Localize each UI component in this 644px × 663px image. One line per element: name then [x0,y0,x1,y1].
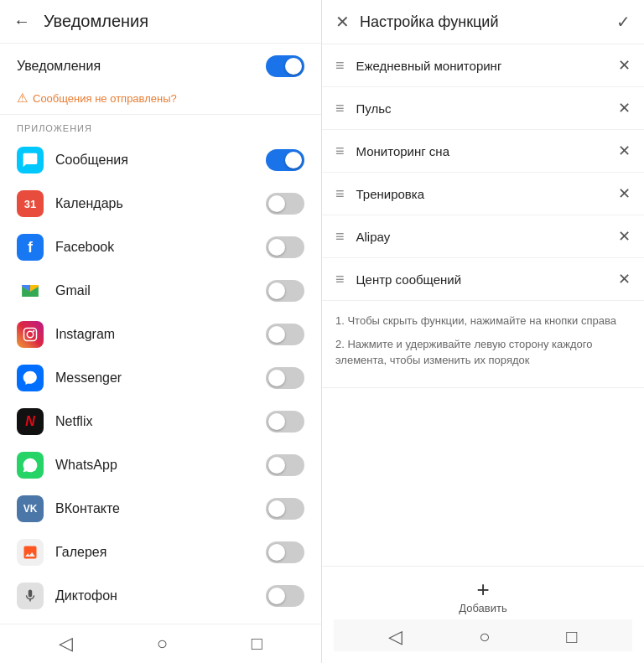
app-icon-dictophone [17,583,44,609]
warning-icon: ⚠ [17,91,28,106]
app-toggle-calendar[interactable] [266,193,304,215]
nav-recent-right[interactable]: □ [566,626,577,648]
add-button-area[interactable]: + Добавить [459,578,506,614]
app-row-whatsapp: WhatsApp [0,443,321,487]
app-name-calendar: Календарь [55,196,123,211]
remove-button-sleep_monitor[interactable]: ✕ [618,142,631,160]
app-toggle-whatsapp[interactable] [266,454,304,476]
drag-handle-pulse[interactable]: ≡ [335,101,345,116]
notifications-label: Уведомления [17,59,101,74]
function-row-daily_monitor: ≡ Ежедневный мониторинг ✕ [322,44,644,87]
svg-point-2 [33,330,34,332]
function-row-left-alipay: ≡ Alipay [335,229,390,244]
nav-home-right[interactable]: ○ [479,626,490,648]
svg-rect-0 [24,329,37,341]
app-row-facebook: f Facebook [0,225,321,269]
function-name-alipay: Alipay [356,230,391,244]
app-name-netflix: Netflix [55,414,92,429]
right-footer: + Добавить ◁ ○ □ [322,566,644,663]
app-name-vk: ВКонтакте [55,501,120,516]
function-row-pulse: ≡ Пульс ✕ [322,87,644,130]
function-list: ≡ Ежедневный мониторинг ✕ ≡ Пульс ✕ ≡ Мо… [322,44,644,301]
function-row-left-daily_monitor: ≡ Ежедневный мониторинг [335,58,501,73]
remove-button-alipay[interactable]: ✕ [618,227,631,246]
app-toggle-facebook[interactable] [266,236,304,258]
back-button[interactable]: ← [13,12,30,31]
function-row-left-pulse: ≡ Пульс [335,101,392,116]
drag-handle-sleep_monitor[interactable]: ≡ [335,143,345,158]
nav-back-left[interactable]: ◁ [59,633,73,655]
app-name-gmail: Gmail [55,283,91,298]
hint-2: 2. Нажмите и удерживайте левую сторону к… [335,336,631,369]
app-name-messages: Сообщения [55,153,128,168]
remove-button-workout[interactable]: ✕ [618,184,631,203]
app-row-calendar: 31 Календарь [0,182,321,225]
function-row-sleep_monitor: ≡ Мониторинг сна ✕ [322,130,644,173]
remove-button-message_center[interactable]: ✕ [618,270,631,288]
function-row-left-sleep_monitor: ≡ Мониторинг сна [335,143,449,158]
nav-back-right[interactable]: ◁ [388,626,402,648]
nav-recent-left[interactable]: □ [252,633,262,655]
app-row-left-instagram: Instagram [17,321,115,348]
apps-section-label: ПРИЛОЖЕНИЯ [0,115,321,138]
nav-home-left[interactable]: ○ [157,633,168,655]
warning-row: ⚠ Сообщения не отправлены? [0,89,321,114]
app-row-left-netflix: N Netflix [17,408,92,435]
app-toggle-messages[interactable] [266,149,304,171]
app-toggle-gmail[interactable] [266,280,304,302]
app-row-left-dictophone: Диктофон [17,583,117,609]
app-name-gallery: Галерея [55,545,106,560]
drag-handle-workout[interactable]: ≡ [335,186,345,201]
hint-1: 1. Чтобы скрыть функции, нажимайте на кн… [335,313,631,329]
warning-text: Сообщения не отправлены? [33,92,177,105]
drag-handle-daily_monitor[interactable]: ≡ [335,58,345,73]
app-toggle-vk[interactable] [266,498,304,520]
app-toggle-netflix[interactable] [266,411,304,433]
app-row-left-gmail: Gmail [17,277,91,304]
app-name-dictophone: Диктофон [55,588,117,603]
app-row-left-whatsapp: WhatsApp [17,452,117,479]
app-row-messenger: Messenger [0,356,321,400]
app-list: Сообщения 31 Календарь f Facebook Gmail … [0,138,321,618]
app-icon-messenger [17,365,44,391]
add-label: Добавить [459,602,506,614]
app-toggle-instagram[interactable] [266,324,304,345]
app-row-gmail: Gmail [0,269,321,313]
left-content: Уведомления ⚠ Сообщения не отправлены? П… [0,44,321,624]
app-icon-messages [17,147,44,174]
drag-handle-message_center[interactable]: ≡ [335,272,345,287]
app-toggle-messenger[interactable] [266,367,304,389]
right-header: ✕ Настройка функций ✓ [322,0,644,44]
function-name-pulse: Пульс [356,101,392,116]
close-button[interactable]: ✕ [335,12,350,32]
confirm-button[interactable]: ✓ [616,12,631,32]
drag-handle-alipay[interactable]: ≡ [335,229,345,244]
app-icon-gmail [17,277,44,304]
app-name-messenger: Messenger [55,370,122,386]
add-plus-icon: + [476,578,489,600]
function-name-sleep_monitor: Мониторинг сна [356,144,449,158]
app-toggle-dictophone[interactable] [266,585,304,607]
notifications-toggle[interactable] [266,55,304,77]
app-row-vk: VK ВКонтакте [0,487,321,531]
function-row-left-message_center: ≡ Центр сообщений [335,272,461,287]
app-row-netflix: N Netflix [0,400,321,443]
app-row-left-facebook: f Facebook [17,234,114,261]
remove-button-daily_monitor[interactable]: ✕ [618,56,631,75]
app-name-instagram: Instagram [55,327,115,342]
app-name-whatsapp: WhatsApp [55,458,117,473]
right-header-left: ✕ Настройка функций [335,12,498,32]
remove-button-pulse[interactable]: ✕ [618,99,631,117]
app-row-left-gallery: Галерея [17,539,106,566]
app-icon-facebook: f [17,234,44,261]
app-icon-whatsapp [17,452,44,479]
app-toggle-gallery[interactable] [266,541,304,563]
right-content: ≡ Ежедневный мониторинг ✕ ≡ Пульс ✕ ≡ Мо… [322,44,644,566]
app-row-dictophone: Диктофон [0,574,321,618]
app-row-instagram: Instagram [0,313,321,356]
app-row-messages: Сообщения [0,138,321,182]
svg-point-1 [27,331,34,338]
left-header: ← Уведомления [0,0,321,44]
app-name-facebook: Facebook [55,240,114,255]
app-icon-vk: VK [17,495,44,522]
